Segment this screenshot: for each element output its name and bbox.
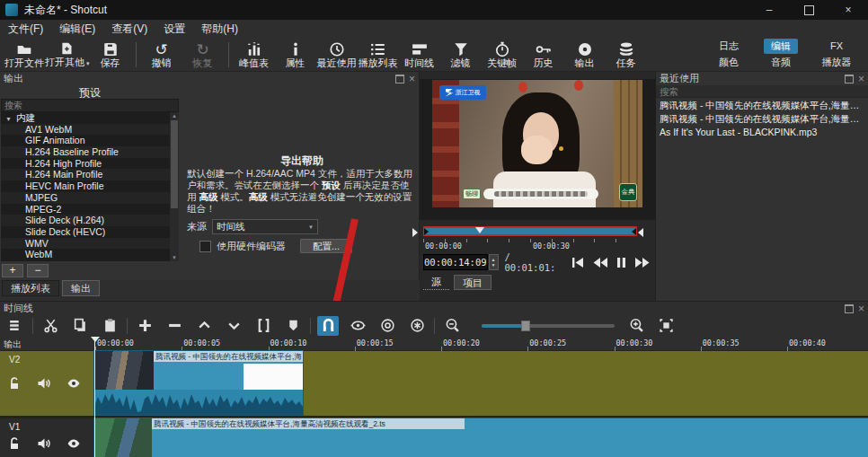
transport-fast-forward-button[interactable] bbox=[635, 258, 650, 268]
menu-item-4[interactable]: 帮助(H) bbox=[193, 20, 246, 38]
preset-item-3[interactable]: H.264 High Profile bbox=[1, 158, 170, 170]
close-panel-icon[interactable]: × bbox=[409, 75, 415, 83]
preset-item-9[interactable]: Slide Deck (HEVC) bbox=[1, 226, 170, 238]
preset-search-input[interactable]: 搜索 bbox=[1, 99, 179, 112]
toolbar-button-properties[interactable]: 属性 bbox=[275, 38, 316, 71]
timeline-tool-scrub[interactable] bbox=[347, 316, 368, 336]
trim-in-icon[interactable] bbox=[424, 228, 429, 235]
video-preview[interactable]: 浙江卫视 畅聊 金典 bbox=[432, 80, 642, 207]
timeline-tool-overwrite[interactable] bbox=[223, 316, 244, 336]
configure-button[interactable]: 配置... bbox=[300, 239, 352, 253]
timeline-tool-append[interactable] bbox=[134, 316, 155, 336]
timecode-spinner[interactable]: ▲▼ bbox=[489, 254, 499, 270]
preset-item-10[interactable]: WMV bbox=[1, 238, 170, 250]
recent-item-2[interactable]: As If It's Your Last - BLACKPINK.mp3 bbox=[656, 126, 868, 139]
toolbar-button-timeline[interactable]: 时间线 bbox=[399, 38, 440, 71]
tab-source[interactable]: 源 bbox=[423, 275, 449, 290]
timeline-zoom-slider[interactable] bbox=[482, 324, 615, 328]
clip-v1[interactable]: 腾讯视频 - 中国领先的在线视频媒体平台,海量高清视频在线观看_2.ts bbox=[94, 418, 868, 457]
toolbar-button-keyframes[interactable]: 关键帧 bbox=[482, 38, 523, 71]
timecode-field[interactable]: 00:00:14:09 bbox=[423, 254, 488, 270]
layout-button-FX[interactable]: FX bbox=[823, 40, 850, 52]
preset-item-5[interactable]: HEVC Main Profile bbox=[1, 180, 170, 192]
tab-project[interactable]: 项目 bbox=[454, 275, 492, 290]
recent-item-1[interactable]: 腾讯视频 - 中国领先的在线视频媒体平台,海量高清视... bbox=[656, 112, 868, 126]
timeline-tool-lift[interactable] bbox=[193, 316, 215, 336]
toolbar-button-save[interactable]: 保存 bbox=[90, 38, 131, 71]
preset-item-2[interactable]: H.264 Baseline Profile bbox=[1, 146, 170, 158]
close-button[interactable]: × bbox=[828, 0, 868, 20]
close-panel-icon[interactable]: × bbox=[858, 304, 864, 313]
scroll-up-icon[interactable]: ▲ bbox=[170, 113, 179, 119]
timeline-tool-zoom-in[interactable] bbox=[625, 316, 647, 336]
preset-scrollbar[interactable]: ▲ ▼ bbox=[170, 112, 179, 261]
clip-v2[interactable]: 腾讯视频 - 中国领先的在线视频媒体平台,海 bbox=[94, 351, 303, 415]
timeline-tool-marker[interactable] bbox=[282, 316, 304, 336]
timeline-playhead-icon[interactable] bbox=[91, 337, 100, 342]
layout-button-颜色[interactable]: 颜色 bbox=[712, 55, 746, 70]
toolbar-button-undo[interactable]: ↺撤销 bbox=[141, 38, 182, 71]
speaker-icon[interactable] bbox=[36, 376, 51, 391]
layout-button-音频[interactable]: 音频 bbox=[764, 55, 798, 70]
timeline-ruler[interactable]: 输出 00:00:0000:00:0500:00:1000:00:1500:00… bbox=[0, 337, 868, 351]
timeline-tool-ripple-delete[interactable] bbox=[164, 316, 185, 336]
preset-item-11[interactable]: WebM bbox=[1, 249, 170, 260]
layout-button-编辑[interactable]: 编辑 bbox=[764, 39, 798, 54]
timeline-tool-paste[interactable] bbox=[99, 316, 120, 336]
toolbar-button-open-file[interactable]: 打开文件 bbox=[4, 38, 45, 71]
close-panel-icon[interactable]: × bbox=[858, 75, 864, 83]
track-head-v1[interactable]: V1 bbox=[0, 418, 94, 457]
recent-search-input[interactable]: 搜索 bbox=[656, 85, 868, 98]
preset-item-4[interactable]: H.264 Main Profile bbox=[1, 169, 170, 180]
toolbar-button-playlist[interactable]: 播放列表 bbox=[358, 38, 399, 71]
maximize-button[interactable] bbox=[789, 0, 828, 20]
timeline-tool-cut[interactable] bbox=[40, 316, 61, 336]
scroll-thumb[interactable] bbox=[171, 120, 178, 208]
toolbar-button-open-other[interactable]: 打开其他▾ bbox=[45, 38, 90, 71]
preset-item-7[interactable]: MPEG-2 bbox=[1, 204, 170, 215]
track-head-v2[interactable]: V2 bbox=[0, 351, 94, 416]
tab-export[interactable]: 输出 bbox=[62, 280, 100, 296]
layout-button-播放器[interactable]: 播放器 bbox=[815, 55, 859, 70]
toolbar-button-history[interactable]: 历史 bbox=[523, 38, 564, 71]
layout-button-日志[interactable]: 日志 bbox=[712, 39, 746, 54]
toolbar-button-peak-meter[interactable]: 峰值表 bbox=[234, 38, 275, 71]
preset-item-6[interactable]: MJPEG bbox=[1, 192, 170, 204]
recent-item-0[interactable]: 腾讯视频 - 中国领先的在线视频媒体平台,海量高清视频... bbox=[656, 99, 868, 112]
timeline-tool-ripple[interactable] bbox=[376, 316, 398, 336]
track-v1[interactable]: 腾讯视频 - 中国领先的在线视频媒体平台,海量高清视频在线观看_2.ts bbox=[94, 418, 868, 457]
timeline-tool-split[interactable] bbox=[252, 316, 274, 336]
preset-group[interactable]: ▼内建 bbox=[1, 112, 170, 124]
toolbar-button-jobs[interactable]: 任务 bbox=[606, 38, 647, 71]
toolbar-button-filters[interactable]: 滤镜 bbox=[440, 38, 482, 71]
speaker-icon[interactable] bbox=[36, 436, 51, 451]
eye-icon[interactable] bbox=[66, 376, 82, 391]
float-panel-icon[interactable] bbox=[845, 304, 854, 313]
eye-icon[interactable] bbox=[66, 436, 82, 451]
menu-item-1[interactable]: 编辑(E) bbox=[51, 20, 103, 38]
lock-open-icon[interactable] bbox=[7, 376, 22, 391]
preset-item-8[interactable]: Slide Deck (H.264) bbox=[1, 215, 170, 226]
float-panel-icon[interactable] bbox=[845, 75, 854, 83]
timeline-tool-snap[interactable] bbox=[317, 316, 339, 336]
timeline-tool-zoom-fit[interactable] bbox=[655, 316, 677, 336]
tab-playlist[interactable]: 播放列表 bbox=[2, 280, 59, 296]
minimize-button[interactable]: – bbox=[749, 0, 789, 20]
player-ruler[interactable]: 00:00:00 00:00:30 bbox=[423, 239, 637, 250]
hw-encoder-checkbox[interactable] bbox=[199, 241, 211, 252]
transport-skip-start-button[interactable] bbox=[571, 258, 584, 268]
source-dropdown[interactable]: 时间线 ▼ bbox=[212, 219, 318, 234]
slider-handle[interactable] bbox=[521, 321, 530, 331]
menu-item-3[interactable]: 设置 bbox=[155, 20, 193, 38]
timeline-tool-ripple-all[interactable] bbox=[406, 316, 428, 336]
scroll-down-icon[interactable]: ▼ bbox=[170, 255, 179, 260]
track-v2[interactable]: 腾讯视频 - 中国领先的在线视频媒体平台,海 bbox=[94, 351, 868, 416]
transport-rewind-button[interactable] bbox=[593, 258, 607, 268]
preset-item-1[interactable]: GIF Animation bbox=[1, 135, 170, 146]
toolbar-button-redo[interactable]: ↻恢复 bbox=[182, 38, 224, 71]
menu-item-2[interactable]: 查看(V) bbox=[103, 20, 155, 38]
timeline-tool-timeline-menu[interactable] bbox=[4, 316, 26, 336]
toolbar-button-recent[interactable]: 最近使用 bbox=[316, 38, 358, 71]
transport-pause-button[interactable] bbox=[616, 258, 626, 268]
toolbar-button-export[interactable]: 输出 bbox=[564, 38, 606, 71]
